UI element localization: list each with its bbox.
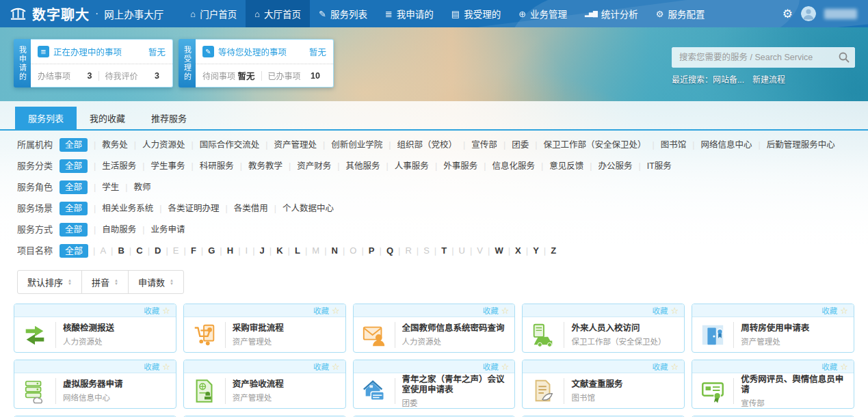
- filter-option-5-19[interactable]: S: [412, 245, 430, 257]
- filter-option-3-4[interactable]: 个人数据中心: [268, 202, 334, 215]
- favorite-strip[interactable]: 收藏☆: [14, 360, 176, 373]
- filter-option-0-4[interactable]: 资产管理处: [259, 139, 317, 151]
- filter-option-5-8[interactable]: H: [215, 245, 233, 257]
- filter-option-5-13[interactable]: M: [300, 245, 319, 257]
- filter-option-1-1[interactable]: 生活服务: [88, 160, 136, 172]
- filter-option-3-2[interactable]: 各类证明办理: [153, 202, 219, 215]
- filter-option-5-9[interactable]: I: [233, 245, 248, 257]
- filter-option-5-5[interactable]: E: [161, 245, 179, 257]
- nav-item-my-accepted[interactable]: ▤我受理的: [443, 0, 510, 27]
- favorite-strip[interactable]: 收藏☆: [692, 304, 854, 317]
- user-avatar[interactable]: [801, 6, 816, 21]
- filter-option-1-12[interactable]: IT服务: [632, 160, 671, 172]
- filter-option-4-1[interactable]: 自助服务: [88, 224, 136, 236]
- stat-handled[interactable]: 已办事项 10: [268, 70, 327, 81]
- filter-option-5-22[interactable]: V: [465, 245, 483, 257]
- stat-completed[interactable]: 办结事项 3: [38, 70, 98, 81]
- filter-option-5-3[interactable]: C: [124, 245, 143, 257]
- user-name-redacted[interactable]: [824, 9, 857, 19]
- filter-option-5-15[interactable]: O: [338, 245, 357, 257]
- filter-option-1-11[interactable]: 办公服务: [583, 160, 632, 172]
- filter-option-0-9[interactable]: 保卫工作部（安全保卫处）: [529, 139, 646, 151]
- filter-option-5-25[interactable]: Y: [521, 245, 539, 257]
- favorite-strip[interactable]: 收藏☆: [184, 360, 345, 373]
- stat-unread[interactable]: 待阅事项 暂无: [202, 69, 261, 82]
- filter-option-5-7[interactable]: G: [196, 245, 215, 257]
- service-card[interactable]: 收藏☆文献查重服务图书馆: [522, 360, 685, 409]
- filter-option-4-0[interactable]: 全部: [60, 223, 88, 237]
- filter-option-5-4[interactable]: D: [143, 245, 161, 257]
- nav-item-service-list[interactable]: ✎服务列表: [310, 0, 376, 27]
- favorite-strip[interactable]: 收藏☆: [523, 360, 684, 373]
- filter-option-5-0[interactable]: 全部: [60, 244, 88, 258]
- brand[interactable]: 数字聊大 · 网上办事大厅: [0, 4, 172, 24]
- filter-option-0-11[interactable]: 网络信息中心: [686, 139, 752, 151]
- filter-option-5-14[interactable]: N: [319, 245, 338, 257]
- service-card[interactable]: 收藏☆资产验收流程资产管理处: [183, 360, 346, 409]
- filter-option-5-12[interactable]: L: [283, 245, 300, 257]
- filter-option-0-5[interactable]: 创新创业学院: [317, 139, 382, 151]
- filter-option-5-10[interactable]: J: [248, 245, 265, 257]
- sort-pinyin-button[interactable]: 拼音▲▼: [82, 271, 129, 293]
- filter-option-0-12[interactable]: 后勤管理服务中心: [752, 139, 834, 151]
- tab-recommended[interactable]: 推荐服务: [138, 107, 200, 129]
- nav-item-portal-home[interactable]: ⌂门户首页: [181, 0, 246, 27]
- filter-option-5-11[interactable]: K: [265, 245, 283, 257]
- filter-option-0-2[interactable]: 人力资源处: [128, 139, 185, 151]
- filter-option-1-0[interactable]: 全部: [60, 159, 88, 173]
- filter-option-3-1[interactable]: 相关业务系统: [88, 202, 153, 215]
- service-card[interactable]: 收藏☆核酸检测报送人力资源处: [14, 304, 176, 353]
- favorite-strip[interactable]: 收藏☆: [184, 304, 345, 317]
- filter-option-5-17[interactable]: Q: [374, 245, 393, 257]
- nav-item-service-config[interactable]: ⚙服务配置: [647, 0, 714, 27]
- filter-option-1-10[interactable]: 意见反馈: [535, 160, 583, 172]
- my-applications-tab[interactable]: 我申请的: [14, 39, 31, 88]
- nav-item-business-mgmt[interactable]: ⊕业务管理: [510, 0, 576, 27]
- recent-link-2[interactable]: 新建流程: [752, 75, 785, 85]
- filter-option-3-0[interactable]: 全部: [60, 202, 88, 215]
- sort-default-button[interactable]: 默认排序▲▼: [18, 271, 82, 293]
- filter-option-1-3[interactable]: 科研服务: [185, 160, 234, 172]
- filter-option-1-9[interactable]: 信息化服务: [477, 160, 535, 172]
- favorite-strip[interactable]: 收藏☆: [692, 360, 854, 373]
- favorite-strip[interactable]: 收藏☆: [14, 304, 176, 317]
- filter-option-5-1[interactable]: A: [88, 245, 106, 257]
- filter-option-5-2[interactable]: B: [106, 245, 124, 257]
- filter-option-3-3[interactable]: 各类借用: [220, 202, 268, 215]
- service-card[interactable]: 收藏☆周转房使用申请表资产管理处: [692, 304, 854, 353]
- search-input[interactable]: [672, 47, 855, 68]
- filter-option-5-26[interactable]: Z: [539, 245, 556, 257]
- filter-option-1-4[interactable]: 教务教学: [234, 160, 282, 172]
- filter-option-5-16[interactable]: P: [356, 245, 374, 257]
- service-card[interactable]: 收藏☆优秀网评员、舆情信息员申请宣传部: [692, 360, 854, 409]
- recent-link-1[interactable]: 网站备...: [713, 75, 744, 85]
- filter-option-4-2[interactable]: 业务申请: [136, 224, 185, 236]
- filter-option-2-0[interactable]: 全部: [60, 180, 88, 194]
- nav-item-statistics[interactable]: ▂▅▇统计分析: [576, 0, 647, 27]
- filter-option-0-7[interactable]: 宣传部: [457, 139, 497, 151]
- favorite-strip[interactable]: 收藏☆: [354, 304, 515, 317]
- tab-service-list[interactable]: 服务列表: [15, 107, 77, 129]
- service-card[interactable]: 收藏☆青年之家（青年之声）会议室使用申请表团委: [353, 360, 516, 409]
- stat-to-review[interactable]: 待我评价 3: [105, 70, 166, 81]
- service-card[interactable]: 收藏☆虚拟服务器申请网络信息中心: [14, 360, 176, 409]
- filter-option-5-24[interactable]: X: [503, 245, 521, 257]
- filter-option-5-6[interactable]: F: [179, 245, 196, 257]
- pending-none-link[interactable]: 暂无: [309, 45, 326, 58]
- favorite-strip[interactable]: 收藏☆: [354, 360, 515, 373]
- in-progress-none-link[interactable]: 暂无: [148, 45, 166, 58]
- filter-option-0-6[interactable]: 组织部（党校）: [382, 139, 457, 151]
- filter-option-5-18[interactable]: R: [393, 245, 412, 257]
- filter-option-1-8[interactable]: 外事服务: [429, 160, 477, 172]
- filter-option-0-3[interactable]: 国际合作交流处: [185, 139, 260, 151]
- filter-option-0-0[interactable]: 全部: [60, 138, 88, 152]
- filter-option-2-1[interactable]: 学生: [88, 181, 119, 193]
- nav-item-hall-home[interactable]: ⌂大厅首页: [246, 0, 310, 27]
- filter-option-1-2[interactable]: 学生事务: [136, 160, 185, 172]
- settings-gear-icon[interactable]: ⚙: [782, 8, 793, 20]
- filter-option-1-5[interactable]: 资产财务: [282, 160, 331, 172]
- filter-option-2-2[interactable]: 教师: [119, 181, 150, 193]
- filter-option-0-1[interactable]: 教务处: [88, 139, 128, 151]
- search-icon[interactable]: [838, 51, 850, 66]
- filter-option-1-6[interactable]: 其他服务: [331, 160, 380, 172]
